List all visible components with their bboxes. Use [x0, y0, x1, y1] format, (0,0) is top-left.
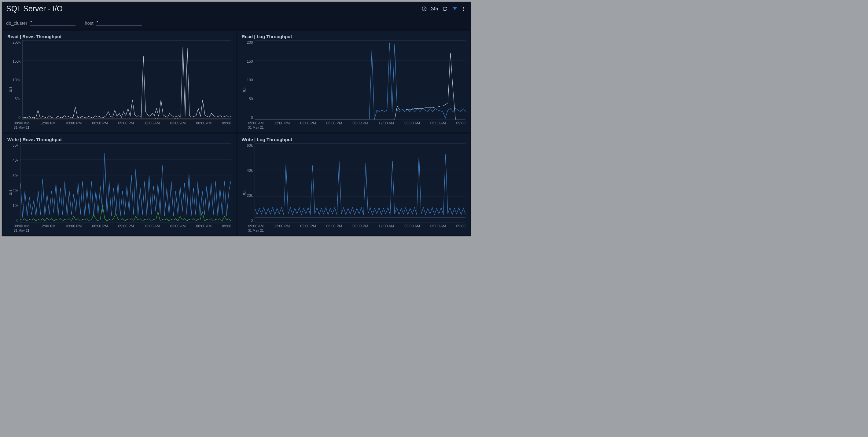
x-tick-label: 12:00 PM: [274, 224, 290, 228]
chart-plot-area[interactable]: [255, 40, 465, 120]
x-tick: 06:00 PM: [92, 121, 107, 130]
x-axis: 09:00 AM31 May 2112:00 PM03:00 PM06:00 P…: [12, 223, 231, 232]
series-log-read-blue: [255, 43, 465, 120]
y-tick-label: 60k: [247, 143, 253, 148]
x-tick-label: 12:00 PM: [274, 121, 290, 125]
chart-title: Write | Rows Throughput: [7, 137, 231, 142]
x-tick-label: 03:00 PM: [66, 224, 82, 228]
x-tick-label: 12:00 PM: [40, 224, 55, 228]
x-tick: 09:00 AM31 May 21: [14, 224, 29, 232]
x-axis: 09:00 AM31 May 2112:00 PM03:00 PM06:00 P…: [12, 120, 231, 130]
x-tick-label: 09:00 PM: [352, 224, 368, 228]
chart-plot-area[interactable]: [22, 40, 231, 120]
chart-panel-read_log: Read | Log ThroughputB/s20015010050009:0…: [238, 31, 470, 132]
x-tick-label: 09:00 PM: [118, 224, 134, 228]
x-tick-label: 09:00 PM: [118, 121, 134, 125]
filter-input-host[interactable]: [96, 19, 142, 26]
y-tick-label: 40k: [247, 168, 253, 173]
series-rows-read-pale: [23, 47, 231, 118]
chart-plot-area[interactable]: [255, 143, 465, 223]
y-tick-label: 100: [247, 78, 253, 82]
x-tick-label: 06:00 AM: [430, 224, 446, 228]
x-tick: 12:00 AM: [379, 224, 394, 232]
x-tick: 03:00 AM: [404, 121, 420, 130]
x-tick-label: 03:00 PM: [66, 121, 82, 125]
x-tick-label: 09:00 AM: [248, 121, 264, 125]
y-tick-label: 150k: [12, 59, 21, 64]
chart-title: Read | Log Throughput: [242, 34, 466, 39]
x-tick-sublabel: 31 May 21: [14, 228, 29, 232]
y-tick-label: 200k: [12, 40, 21, 44]
time-range-picker[interactable]: -24h: [422, 6, 438, 11]
y-tick-label: 0: [251, 218, 253, 223]
y-tick-label: 200: [247, 40, 253, 44]
x-tick: 12:00 AM: [379, 121, 394, 130]
x-tick: 09:00 PM: [118, 224, 134, 232]
x-tick: 12:00 AM: [144, 121, 160, 130]
filter-icon[interactable]: [452, 6, 458, 11]
x-tick-label: 09:00: [456, 224, 465, 228]
y-tick-label: 20k: [12, 189, 18, 193]
x-tick-label: 06:00 AM: [196, 121, 212, 125]
x-tick-label: 03:00 AM: [170, 224, 186, 228]
x-tick-label: 09:00: [222, 224, 231, 228]
y-axis-label: B/s: [242, 40, 247, 130]
series-rows-write-blue: [21, 153, 231, 218]
x-tick-sublabel: 31 May 21: [248, 126, 264, 130]
x-tick: 09:00: [456, 121, 465, 130]
x-tick: 03:00 AM: [170, 121, 186, 130]
x-tick: 12:00 PM: [274, 224, 290, 232]
x-axis: 09:00 AM31 May 2112:00 PM03:00 PM06:00 P…: [247, 223, 466, 232]
x-tick-label: 03:00 PM: [300, 224, 316, 228]
y-tick-label: 50k: [15, 97, 21, 101]
x-tick: 09:00 AM31 May 21: [248, 121, 264, 130]
x-tick: 06:00 PM: [327, 224, 342, 232]
x-tick-label: 09:00: [456, 121, 465, 125]
x-tick-label: 03:00 AM: [170, 121, 186, 125]
x-tick: 09:00: [222, 121, 231, 130]
x-axis: 09:00 AM31 May 2112:00 PM03:00 PM06:00 P…: [247, 120, 466, 130]
chart-grid: Read | Rows ThroughputB/s200k150k100k50k…: [2, 30, 471, 236]
x-tick: 09:00 AM31 May 21: [248, 224, 264, 232]
y-tick-label: 100k: [12, 78, 21, 82]
filter-bar: db_cluster host: [2, 16, 471, 30]
x-tick: 12:00 AM: [144, 224, 160, 232]
x-tick-label: 12:00 AM: [379, 121, 394, 125]
x-tick: 12:00 PM: [274, 121, 290, 130]
x-tick: 06:00 AM: [196, 121, 212, 130]
y-axis: 200k150k100k50k0: [12, 40, 22, 120]
x-tick: 12:00 PM: [40, 121, 55, 130]
x-tick: 06:00 AM: [196, 224, 212, 232]
x-tick-label: 06:00 AM: [196, 224, 212, 228]
chart-plot-area[interactable]: [20, 143, 231, 223]
more-menu-icon[interactable]: [462, 6, 465, 11]
y-tick-label: 150: [247, 59, 253, 64]
x-tick-label: 12:00 AM: [379, 224, 394, 228]
chart-title: Read | Rows Throughput: [7, 34, 231, 39]
filter-input-db-cluster[interactable]: [30, 19, 75, 26]
y-axis-label: B/s: [7, 40, 12, 130]
y-tick-label: 50: [249, 97, 253, 101]
x-tick: 03:00 PM: [300, 121, 316, 130]
dashboard-app: SQL Server - I/O -24h: [2, 2, 471, 236]
svg-point-2: [463, 8, 464, 9]
y-tick-label: 0: [17, 218, 19, 223]
refresh-icon[interactable]: [442, 6, 448, 11]
y-axis: 50k40k30k20k10k0: [12, 143, 20, 223]
x-tick: 03:00 AM: [170, 224, 186, 232]
chart-panel-write_rows: Write | Rows ThroughputB/s50k40k30k20k10…: [3, 134, 236, 235]
topbar: SQL Server - I/O -24h: [2, 2, 471, 16]
topbar-controls: -24h: [422, 6, 465, 11]
page-title: SQL Server - I/O: [6, 4, 63, 13]
y-axis: 200150100500: [247, 40, 255, 120]
x-tick: 09:00: [222, 224, 231, 232]
series-log-write-blue: [255, 154, 465, 215]
y-tick-label: 40k: [12, 158, 18, 163]
x-tick: 03:00 PM: [300, 224, 316, 232]
clock-icon: [422, 6, 427, 11]
time-range-label: -24h: [429, 6, 438, 11]
x-tick: 06:00 AM: [430, 224, 446, 232]
y-tick-label: 0: [251, 116, 253, 120]
filter-label: db_cluster: [6, 21, 27, 26]
x-tick-label: 12:00 AM: [144, 224, 160, 228]
